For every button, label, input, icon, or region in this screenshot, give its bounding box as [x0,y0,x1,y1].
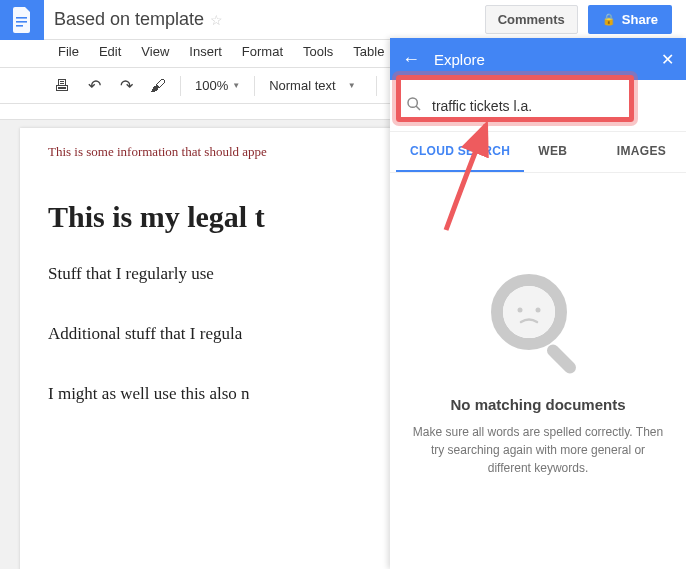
share-label: Share [622,12,658,27]
share-button[interactable]: 🔒Share [588,5,672,34]
svg-rect-7 [545,342,579,376]
explore-search-wrap [390,80,686,132]
svg-rect-2 [16,25,23,27]
separator [376,76,377,96]
tab-cloud-search[interactable]: CLOUD SEARCH [396,132,524,172]
svg-line-4 [416,106,420,110]
explore-tabs: CLOUD SEARCH WEB IMAGES [390,132,686,173]
explore-search-box[interactable] [402,90,674,121]
menu-edit[interactable]: Edit [89,40,131,67]
svg-point-3 [408,98,417,107]
print-icon[interactable]: 🖶 [48,72,76,100]
zoom-select[interactable]: 100%▼ [189,78,246,93]
separator [254,76,255,96]
magnifier-sad-icon [483,266,593,376]
paint-format-icon[interactable]: 🖌 [144,72,172,100]
explore-header: ← Explore ✕ [390,38,686,80]
tab-web[interactable]: WEB [524,132,581,172]
separator [180,76,181,96]
chevron-down-icon: ▼ [348,81,356,90]
svg-point-6 [503,286,555,338]
lock-icon: 🔒 [602,13,616,26]
explore-results: No matching documents Make sure all word… [390,173,686,569]
menu-format[interactable]: Format [232,40,293,67]
svg-rect-0 [16,17,27,19]
explore-search-input[interactable] [432,98,670,114]
explore-panel: ← Explore ✕ CLOUD SEARCH WEB IMAGES No m… [390,38,686,569]
explore-title: Explore [434,51,661,68]
title-bar: Based on template ☆ Comments 🔒Share [0,0,686,40]
menu-view[interactable]: View [131,40,179,67]
menu-table[interactable]: Table [343,40,394,67]
undo-icon[interactable]: ↶ [80,72,108,100]
zoom-value: 100% [195,78,228,93]
chevron-down-icon: ▼ [232,81,240,90]
back-arrow-icon[interactable]: ← [402,49,420,70]
tab-images[interactable]: IMAGES [603,132,680,172]
svg-point-8 [518,307,523,312]
comments-button[interactable]: Comments [485,5,578,34]
no-results-subtitle: Make sure all words are spelled correctl… [410,423,666,477]
svg-point-9 [536,307,541,312]
docs-logo[interactable] [0,0,44,40]
redo-icon[interactable]: ↷ [112,72,140,100]
menu-tools[interactable]: Tools [293,40,343,67]
close-icon[interactable]: ✕ [661,50,674,69]
document-title[interactable]: Based on template [54,9,204,30]
search-icon [406,96,422,115]
menu-insert[interactable]: Insert [179,40,232,67]
paragraph-style-select[interactable]: Normal text▼ [263,78,367,93]
menu-file[interactable]: File [48,40,89,67]
style-value: Normal text [269,78,335,93]
star-icon[interactable]: ☆ [210,12,223,28]
no-results-title: No matching documents [450,396,625,413]
svg-rect-1 [16,21,27,23]
